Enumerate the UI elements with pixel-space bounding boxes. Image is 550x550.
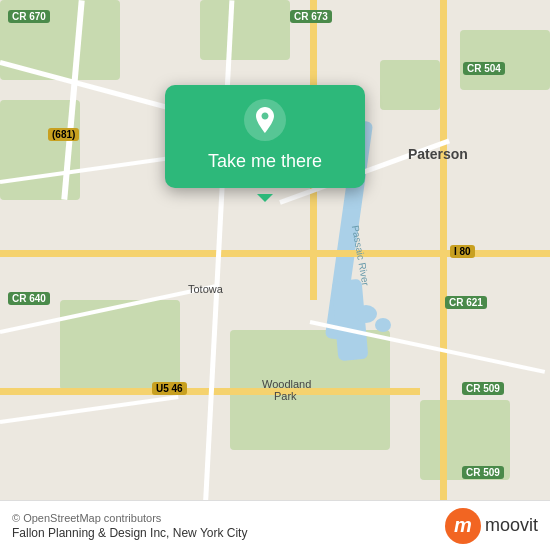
moovit-text: moovit bbox=[485, 515, 538, 536]
badge-cr504: CR 504 bbox=[463, 62, 505, 75]
bottom-bar: © OpenStreetMap contributors Fallon Plan… bbox=[0, 500, 550, 550]
location-pin-icon bbox=[244, 99, 286, 141]
pond-2 bbox=[375, 318, 391, 332]
badge-cr509-1: CR 509 bbox=[462, 382, 504, 395]
road-v-east bbox=[440, 0, 447, 500]
park-area-n bbox=[200, 0, 290, 60]
map-container: CR 670 CR 673 CR 666 CR 504 (681) CR 640… bbox=[0, 0, 550, 500]
badge-cr509-2: CR 509 bbox=[462, 466, 504, 479]
moovit-logo: m moovit bbox=[445, 508, 538, 544]
badge-cr670: CR 670 bbox=[8, 10, 50, 23]
copyright-text: © OpenStreetMap contributors bbox=[12, 512, 247, 524]
pond bbox=[355, 305, 377, 323]
badge-cr673: CR 673 bbox=[290, 10, 332, 23]
badge-681: (681) bbox=[48, 128, 79, 141]
park-area-nr bbox=[380, 60, 440, 110]
badge-us46: U5 46 bbox=[152, 382, 187, 395]
take-me-there-button[interactable]: Take me there bbox=[208, 151, 322, 172]
badge-i80: I 80 bbox=[450, 245, 475, 258]
location-name: Fallon Planning & Design Inc, New York C… bbox=[12, 526, 247, 540]
badge-cr621: CR 621 bbox=[445, 296, 487, 309]
park-area-ne bbox=[460, 30, 550, 90]
badge-cr640: CR 640 bbox=[8, 292, 50, 305]
moovit-m-icon: m bbox=[445, 508, 481, 544]
location-popup: Take me there bbox=[165, 85, 365, 188]
